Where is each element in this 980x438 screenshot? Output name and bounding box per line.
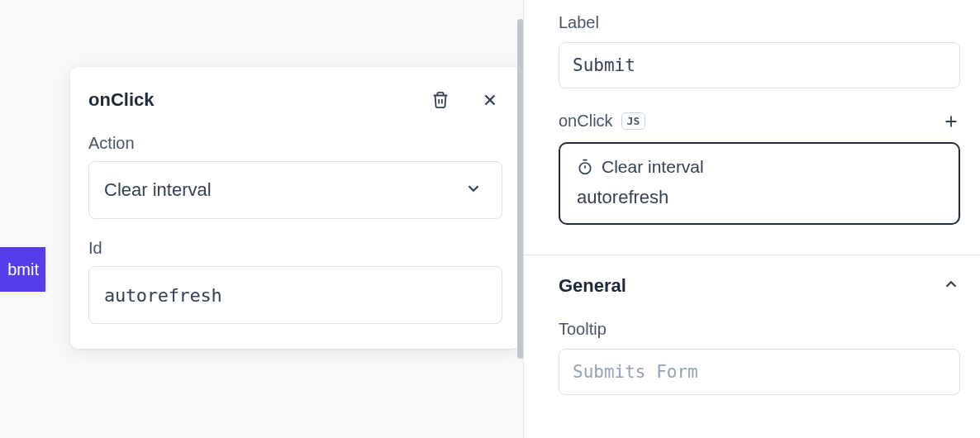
general-section-header[interactable]: General: [559, 275, 960, 297]
general-section-title: General: [559, 275, 626, 297]
id-input[interactable]: [88, 266, 502, 324]
popup-title: onClick: [88, 89, 154, 111]
onclick-label-text: onClick: [559, 112, 613, 131]
onclick-section-header: onClick JS: [559, 112, 960, 131]
chevron-up-icon: [942, 275, 960, 297]
tooltip-input[interactable]: [559, 349, 960, 395]
trash-icon: [431, 91, 450, 109]
onclick-label: onClick JS: [559, 112, 645, 131]
js-badge[interactable]: JS: [621, 112, 646, 130]
label-field-label: Label: [559, 13, 960, 32]
onclick-popup: onClick Action Clear interval: [70, 66, 521, 349]
plus-icon: [942, 112, 960, 131]
action-card-title: Clear interval: [602, 157, 704, 177]
onclick-action-card[interactable]: Clear interval autorefresh: [559, 142, 960, 225]
action-card-header: Clear interval: [577, 157, 942, 177]
popup-header: onClick: [88, 88, 502, 112]
label-field-input[interactable]: [559, 42, 960, 88]
action-select[interactable]: Clear interval: [88, 161, 502, 219]
id-label: Id: [88, 239, 502, 258]
tooltip-label: Tooltip: [559, 320, 960, 339]
action-label: Action: [88, 134, 502, 153]
action-card-value: autorefresh: [577, 187, 942, 208]
add-onclick-button[interactable]: [942, 112, 960, 131]
submit-button-preview[interactable]: bmit: [0, 247, 45, 292]
action-select-wrapper: Clear interval: [88, 161, 502, 219]
properties-panel: Label onClick JS Clear interval autorefr…: [523, 0, 980, 438]
delete-button[interactable]: [428, 88, 453, 112]
close-icon: [481, 91, 499, 109]
panel-divider: [524, 255, 980, 255]
popup-actions: [428, 88, 502, 112]
close-button[interactable]: [478, 88, 502, 112]
canvas-area: bmit onClick Action Cl: [0, 0, 523, 438]
stopwatch-icon: [577, 159, 593, 175]
